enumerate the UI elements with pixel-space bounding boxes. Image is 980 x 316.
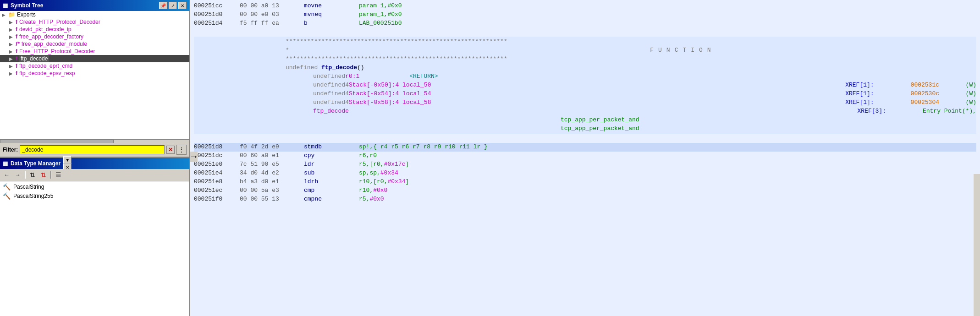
operands-b: LAB_000251b0 [359,19,402,28]
func-xref-line-1: ftp_decode XREF[3]: Entry Point(*), [194,107,976,116]
function-star-left: * [194,46,289,55]
mnemonic-b: b [304,19,359,28]
arrow-connector: → [190,152,198,162]
mnemonic-cmp: cmp [304,186,359,195]
func-xref-label: XREF[3]: [349,107,923,116]
dtm-item-0-label: PascalString [13,184,44,190]
dtm-content: 🔨 PascalString 🔨 PascalString255 [0,181,189,316]
dtm-item-1[interactable]: 🔨 PascalString255 [1,191,188,201]
param-2-xref-addr: 0002530c [911,90,966,98]
addr-mvneq: 000251d0 [194,11,240,19]
bytes-movne: 00 00 a0 13 [240,2,304,11]
tree-item-5-selected[interactable]: ▶ f ftp_decode [0,55,189,62]
dtm-forward-btn[interactable]: → [13,170,23,180]
bytes-ldr: 7c 51 90 e5 [240,160,304,169]
sub-imm: #0x34 [380,169,398,176]
filter-label: Filter: [3,147,18,153]
dtm-separator-1 [25,171,26,179]
item-3-label: free_app_decoder_module [22,41,87,47]
dtm-item-1-label: PascalString255 [13,193,53,199]
filter-input[interactable] [20,145,165,154]
divider-line-2: ****************************************… [194,55,976,64]
tree-item-2[interactable]: ▶ f free_app_decoder_factory [0,33,189,40]
bytes-stmdb: f0 4f 2d e9 [240,143,304,152]
filter-clear-button[interactable]: ✕ [166,146,175,154]
addr-sub: 000251e4 [194,169,240,178]
item-4-label: Free_HTTP_Protocol_Decoder [19,48,95,54]
tree-item-6[interactable]: ▶ f ftp_decode_eprt_cmd [0,62,189,70]
dtm-delete-btn[interactable]: ☰ [53,170,63,180]
dtm-filter-btn[interactable]: ⇅ [28,170,38,180]
dtm-separator-2 [50,171,51,179]
dtm-titlebar: ▦ Data Type Manager ▼ ✕ [0,158,189,169]
exports-arrow: ▶ [2,12,8,17]
dtm-item-1-icon: 🔨 [3,192,11,200]
symbol-tree-content: ▶ 📁 Exports ▶ f Create_HTTP_Protocol_Dec… [0,11,189,139]
symbol-tree-buttons: 📌 ↗ ✕ [159,2,187,9]
func-parens: () [357,64,364,71]
dtm-item-0-icon: 🔨 [3,183,11,191]
symbol-tree-pin-btn[interactable]: 📌 [159,2,167,9]
dtm-toolbar: ← → ⇅ ⇅ ☰ [0,169,189,181]
dtm-back-btn[interactable]: ← [2,170,12,180]
item-2-type-icon: f [16,33,17,40]
filter-options-button[interactable]: ⋮ [176,145,187,155]
bytes-mvneq: 00 00 e0 03 [240,11,304,19]
symbol-tree-close-btn[interactable]: ✕ [178,2,187,9]
cmpne-reg: r5, [359,196,369,202]
mnemonic-ldr: ldr [304,160,359,169]
tree-item-exports[interactable]: ▶ 📁 Exports [0,11,189,18]
code-line-cmp: 000251ec 00 00 5a e3 cmp r10,#0x0 [194,186,976,195]
tree-item-4[interactable]: ▶ f Free_HTTP_Protocol_Decoder [0,48,189,55]
code-line-cpy: 000251dc 00 60 a0 e1 cpy r6,r0 [194,152,976,160]
bytes-b: f5 ff ff ea [240,19,304,28]
addr-cpy: 000251dc [194,152,240,160]
item-4-arrow: ▶ [9,49,16,54]
dtm-filter2-btn[interactable]: ⇅ [39,170,49,180]
exports-folder-icon: 📁 [8,11,15,18]
func-xref-name: ftp_decode [194,107,349,116]
dtm-dropdown-btn[interactable]: ▼ [63,156,72,163]
function-label-text: FUNCTION * [289,46,980,55]
ldr-comma: , [380,161,384,168]
tree-item-1[interactable]: ▶ f devid_pkt_decode_ip [0,26,189,33]
code-view[interactable]: 000251cc 00 00 a0 13 movne param_1,#0x0 … [190,0,980,316]
param-2-xref-label: XREF[1]: [450,90,911,98]
param-1-xref-label: XREF[1]: [450,81,911,90]
divider-stars-1: ****************************************… [194,38,507,46]
addr-cmp: 000251ec [194,186,240,195]
addr-movne: 000251cc [194,2,240,11]
func-undefined-keyword: undefined [286,64,321,71]
right-panel: 000251cc 00 00 a0 13 movne param_1,#0x0 … [190,0,980,316]
operands-cpy: r6,r0 [359,152,377,160]
code-line-movne: 000251cc 00 00 a0 13 movne param_1,#0x0 [194,2,976,11]
item-3-arrow: ▶ [9,42,16,47]
param-3-reg: Stack[-0x58]:4 local_58 [349,98,450,107]
bytes-ldrh: b4 a3 d0 e1 [240,178,304,186]
dtm-item-0[interactable]: 🔨 PascalString [1,182,188,191]
item-0-label: Create_HTTP_Protocol_Decoder [19,19,100,25]
param-2-xref-type: (W) [966,90,976,98]
symbol-tree-title: Symbol Tree [11,2,156,9]
func-xref-extra1: tcp_app_per_packet_and [194,116,639,125]
empty-line-1 [194,28,976,37]
tree-item-0[interactable]: ▶ f Create_HTTP_Protocol_Decoder [0,18,189,26]
item-4-type-icon: f [16,48,17,54]
param-0-type: undefined [194,72,345,81]
addr-stmdb: 000251d8 [194,143,240,152]
exports-label: Exports [17,11,36,18]
item-3-type-icon: f* [16,41,20,47]
param-line-3: undefined4 Stack[-0x58]:4 local_58 XREF[… [194,98,976,107]
item-7-type-icon: f [16,70,17,76]
tree-item-7[interactable]: ▶ f ftp_decode_epsv_resp [0,70,189,77]
mnemonic-stmdb: stmdb [304,143,359,152]
mnemonic-movne: movne [304,2,359,11]
item-6-arrow: ▶ [9,64,16,69]
tree-item-3[interactable]: ▶ f* free_app_decoder_module [0,40,189,48]
addr-b: 000251d4 [194,19,240,28]
param-1-xref-type: (W) [966,81,976,90]
ldr-close: ] [405,161,409,168]
param-0-name: <RETURN> [409,72,438,81]
symbol-tree-export-btn[interactable]: ↗ [169,2,177,9]
filter-bar: Filter: ✕ ⋮ [0,143,189,157]
